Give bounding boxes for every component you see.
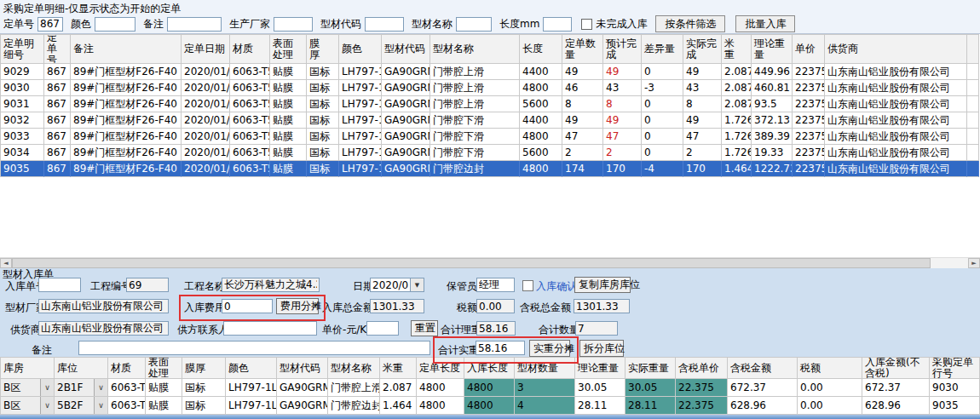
cell[interactable]: 门带腔上滑 <box>328 379 380 397</box>
column-header[interactable]: 实际重量 <box>625 357 676 379</box>
cell[interactable]: 449.96 <box>752 64 793 80</box>
cell[interactable]: GA90GRM05 <box>277 397 328 415</box>
cell[interactable]: 贴膜 <box>146 397 182 415</box>
cell[interactable]: LH797-1LL0 <box>339 64 382 80</box>
column-header[interactable]: 米重 <box>380 357 417 379</box>
column-header[interactable]: 单价 <box>793 34 825 64</box>
cell[interactable]: 30.05 <box>625 379 676 397</box>
cell[interactable]: 8 <box>603 96 642 112</box>
cell[interactable]: 4800 <box>520 129 562 145</box>
cell[interactable]: 3 <box>515 379 575 397</box>
cell[interactable]: 贴膜 <box>270 96 307 112</box>
cell[interactable]: 9030 <box>930 379 980 397</box>
cell[interactable]: 2020/01/13 <box>182 80 230 96</box>
cell[interactable]: LH797-1LL0 <box>339 145 382 161</box>
cell[interactable]: GA90GRM04 <box>382 129 430 145</box>
cell[interactable]: 门带腔上滑 <box>430 80 520 96</box>
cell[interactable]: 国标 <box>307 161 339 177</box>
unfinished-inbound-checkbox[interactable] <box>581 19 592 30</box>
cell[interactable]: 9031 <box>0 96 44 112</box>
cell[interactable]: 22375 <box>793 64 825 80</box>
cell[interactable]: 389.39 <box>752 129 793 145</box>
cell[interactable]: 0 <box>642 112 683 129</box>
cell[interactable]: 28.11 <box>575 397 625 415</box>
cell[interactable] <box>967 112 979 129</box>
cell[interactable]: 460.81 <box>752 80 793 96</box>
cell[interactable] <box>967 129 979 145</box>
cell[interactable]: 4400 <box>520 112 562 129</box>
cell[interactable]: 门带腔下滑 <box>430 129 520 145</box>
cell[interactable]: LH797-1LL0 <box>339 96 382 112</box>
cell[interactable]: 5600 <box>520 96 562 112</box>
cell[interactable]: 8 <box>562 96 603 112</box>
column-header[interactable]: 表面处理 <box>270 34 307 64</box>
cell[interactable]: 贴膜 <box>270 161 307 177</box>
cell[interactable]: 89#门框型材F26-F40（866+867） <box>71 112 182 129</box>
cell[interactable]: 867 <box>44 112 71 129</box>
cell[interactable]: 22375 <box>793 129 825 145</box>
date-input[interactable] <box>370 278 411 292</box>
supplier-contact-input[interactable] <box>223 321 317 336</box>
cell[interactable] <box>967 161 979 177</box>
cell[interactable]: 4800 <box>464 397 515 415</box>
table-row[interactable]: 903286789#门框型材F26-F40（866+867）2020/01/13… <box>0 112 979 129</box>
cell[interactable]: GA90GRM04 <box>382 145 430 161</box>
cell[interactable]: 山东南山铝业股份有限公司 <box>825 112 967 129</box>
table-row[interactable]: 903186789#门框型材F26-F40（866+867）2020/01/13… <box>0 96 979 112</box>
cell[interactable]: 国标 <box>307 145 339 161</box>
cell[interactable]: 22.375 <box>676 379 728 397</box>
cell[interactable]: 867 <box>44 145 71 161</box>
cell[interactable]: 6063-T5 <box>230 161 270 177</box>
column-header[interactable]: 供货商 <box>825 34 967 64</box>
cell[interactable]: 30.05 <box>575 379 625 397</box>
cell[interactable]: 4800 <box>520 80 562 96</box>
cell[interactable]: 22375 <box>793 161 825 177</box>
keeper-input[interactable] <box>476 278 515 292</box>
horizontal-scrollbar[interactable]: ◄ ► <box>0 257 980 268</box>
cell[interactable] <box>967 96 979 112</box>
column-header[interactable]: 定单号 <box>44 34 71 64</box>
column-header[interactable]: 采购定单行号 <box>930 357 980 379</box>
cell[interactable]: 49 <box>603 112 642 129</box>
dropdown-arrow-icon[interactable]: ∨ <box>40 397 54 414</box>
manufacturer-input[interactable] <box>38 299 169 313</box>
copy-location-button[interactable]: 复制库房库位 <box>574 277 631 293</box>
cell[interactable]: 2B1F∨ <box>55 379 108 397</box>
table-row[interactable]: 903486789#门框型材F26-F40（866+867）2020/01/13… <box>0 145 979 161</box>
cell[interactable]: 43 <box>603 80 642 96</box>
cell[interactable]: 国标 <box>307 64 339 80</box>
cell[interactable]: 门带腔下滑 <box>430 145 520 161</box>
table-row[interactable]: 903386789#门框型材F26-F40（866+867）2020/01/13… <box>0 129 979 145</box>
cell[interactable]: 0.00 <box>798 379 862 397</box>
date-picker-dropdown-icon[interactable]: ▼ <box>410 278 424 292</box>
cell[interactable]: 国标 <box>182 379 226 397</box>
cell[interactable]: 89#门框型材F26-F40（866+867） <box>71 96 182 112</box>
cell[interactable]: 国标 <box>307 129 339 145</box>
table-row[interactable]: 902986789#门框型材F26-F40（866+867）2020/01/13… <box>0 64 979 80</box>
total-qty-input[interactable] <box>575 321 618 336</box>
cell[interactable]: 89#门框型材F26-F40（866+867） <box>71 80 182 96</box>
cell[interactable]: 4800 <box>417 397 464 415</box>
total-actual-weight-input[interactable] <box>476 341 525 355</box>
column-header[interactable]: 材质 <box>230 34 270 64</box>
total-with-tax-input[interactable] <box>574 299 630 313</box>
cell[interactable]: 2 <box>562 145 603 161</box>
scrollbar-thumb[interactable] <box>12 258 931 268</box>
table-row[interactable]: B区∨2B1F∨6063-T5贴膜国标LH797-1LL0GA90GRM03门带… <box>0 379 980 397</box>
cell[interactable]: 1.464 <box>380 397 417 415</box>
column-header[interactable]: 表面处理 <box>146 357 182 379</box>
cell[interactable]: 门带腔上滑 <box>430 96 520 112</box>
color-filter-input[interactable] <box>95 17 135 32</box>
cell[interactable]: 49 <box>562 112 603 129</box>
inbound-confirm-checkbox[interactable] <box>522 280 533 291</box>
cell[interactable]: LH797-1LL0 <box>226 397 277 415</box>
cell[interactable]: 22.375 <box>676 397 728 415</box>
cell[interactable]: 628.96 <box>862 397 930 415</box>
cell[interactable]: 672.37 <box>862 379 930 397</box>
column-header[interactable]: 入库长度 <box>464 357 515 379</box>
cell[interactable]: 46 <box>562 80 603 96</box>
cell[interactable]: 8 <box>683 96 722 112</box>
cell[interactable]: 22375 <box>793 80 825 96</box>
column-header[interactable] <box>967 34 979 64</box>
remark-filter-input[interactable] <box>167 17 222 32</box>
